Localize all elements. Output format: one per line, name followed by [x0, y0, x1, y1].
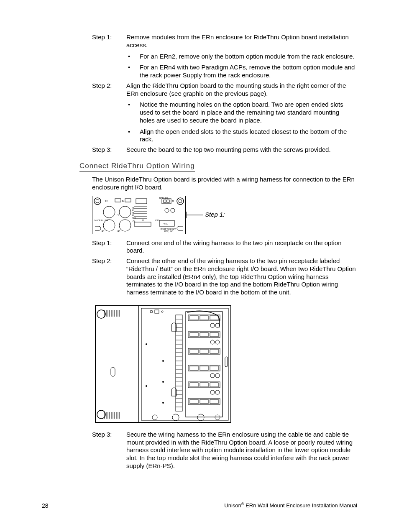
svg-rect-126: [225, 357, 228, 367]
step-text: Connect one end of the wiring harness to…: [126, 239, 357, 255]
svg-text:VR1: VR1: [164, 223, 168, 225]
footer-title: Unison® ERn Wall Mount Enclosure Install…: [224, 502, 357, 509]
svg-rect-111: [190, 383, 198, 387]
step-text: Secure the wiring harness to the ERn enc…: [126, 431, 357, 470]
svg-rect-100: [200, 332, 208, 337]
svg-rect-112: [200, 383, 208, 387]
svg-rect-108: [200, 366, 208, 370]
step-label: Step 3:: [92, 146, 126, 154]
svg-rect-17: [162, 199, 171, 204]
svg-point-67: [162, 360, 164, 362]
svg-rect-15: [115, 199, 121, 202]
svg-text:R10: R10: [132, 217, 136, 219]
svg-point-66: [146, 385, 147, 387]
svg-text:R5: R5: [118, 230, 120, 233]
step-label: Step 2:: [92, 257, 126, 265]
option-board-figure-row: MADE IN USA 7503B4021 REV. ETC, INC. J1 …: [92, 196, 357, 234]
bullet-mark: •: [126, 128, 140, 136]
svg-point-122: [210, 373, 215, 378]
page-number: 28: [42, 502, 49, 510]
bullet-item: • Notice the mounting holes on the optio…: [126, 101, 356, 124]
svg-point-65: [146, 343, 147, 345]
svg-point-61: [97, 410, 105, 419]
svg-rect-14: [136, 199, 147, 204]
step-label: Step 1:: [92, 33, 126, 41]
svg-point-125: [215, 390, 220, 394]
svg-point-123: [215, 373, 220, 378]
svg-rect-131: [155, 310, 159, 313]
board-label-batt: BATT I/O: [159, 197, 168, 199]
step-row: Step 3: Secure the board to the top two …: [92, 146, 357, 154]
svg-point-120: [210, 340, 215, 344]
svg-rect-62: [111, 367, 115, 376]
step-text: Connect the other end of the wiring harn…: [126, 257, 357, 297]
page-footer: 28 Unison® ERn Wall Mount Enclosure Inst…: [42, 502, 357, 509]
intro-paragraph: The Unison RideThru Option board is prov…: [92, 176, 356, 192]
option-board-diagram: MADE IN USA 7503B4021 REV. ETC, INC. J1 …: [92, 196, 186, 234]
svg-text:C4: C4: [133, 220, 136, 223]
step-label: Step 2:: [92, 82, 126, 90]
svg-text:C2: C2: [117, 214, 120, 217]
svg-rect-97: [210, 316, 218, 320]
callout-bracket: [186, 211, 205, 219]
figure-callout-label: Step 1:: [205, 211, 225, 219]
bullet-text: Align the open ended slots to the studs …: [140, 128, 356, 144]
svg-rect-96: [200, 316, 208, 320]
step-row: Step 1: Remove modules from the ERn encl…: [92, 33, 357, 49]
svg-point-129: [197, 414, 204, 421]
svg-point-20: [165, 208, 169, 212]
bullet-item: • For an ERn4 with two Paradigm ACPs, re…: [126, 64, 356, 79]
board-label-etc: ETC, INC.: [164, 230, 174, 233]
svg-rect-38: [95, 306, 231, 422]
bullet-mark: •: [126, 101, 140, 109]
svg-rect-113: [210, 383, 218, 387]
svg-text:CR2: CR2: [155, 219, 159, 222]
bullet-item: • For an ERn2, remove only the bottom op…: [126, 53, 356, 61]
svg-point-4: [103, 206, 115, 218]
svg-text:F1: F1: [142, 219, 144, 222]
svg-rect-101: [210, 332, 218, 337]
step-text: Align the RideThru Option board to the m…: [126, 82, 357, 98]
step-row: Step 1: Connect one end of the wiring ha…: [92, 239, 357, 255]
svg-text:R3: R3: [102, 230, 105, 233]
svg-rect-39: [95, 306, 139, 422]
step-text: Secure the board to the top two mounting…: [126, 146, 357, 154]
step-row: Step 3: Secure the wiring harness to the…: [92, 431, 357, 470]
svg-rect-99: [190, 332, 198, 337]
svg-point-68: [162, 381, 164, 383]
step-label: Step 1:: [92, 239, 126, 247]
svg-rect-19: [167, 200, 169, 202]
svg-point-5: [119, 206, 131, 218]
bullet-mark: •: [126, 64, 140, 72]
svg-point-7: [119, 220, 131, 231]
svg-rect-22: [134, 222, 151, 226]
svg-point-21: [171, 208, 175, 212]
svg-rect-95: [190, 316, 198, 320]
svg-point-128: [172, 414, 179, 421]
board-label-made-in: MADE IN USA: [95, 219, 108, 222]
svg-rect-107: [190, 366, 198, 370]
svg-point-121: [215, 340, 220, 344]
bullet-text: Notice the mounting holes on the option …: [140, 101, 356, 124]
svg-rect-104: [200, 349, 208, 353]
svg-point-130: [215, 415, 220, 420]
svg-rect-109: [210, 366, 218, 370]
step-row: Step 2: Connect the other end of the wir…: [92, 257, 357, 297]
svg-point-2: [177, 198, 184, 205]
svg-point-1: [96, 200, 99, 203]
section-heading: Connect RideThru Option Wiring: [79, 161, 195, 171]
svg-point-133: [161, 311, 163, 312]
bullet-text: For an ERn2, remove only the bottom opti…: [140, 53, 356, 61]
svg-point-127: [152, 415, 157, 420]
svg-point-118: [210, 323, 215, 327]
step-text: Remove modules from the ERn enclosure fo…: [126, 33, 357, 49]
svg-rect-18: [164, 200, 166, 202]
bullet-item: • Align the open ended slots to the stud…: [126, 128, 356, 144]
svg-point-0: [94, 198, 101, 205]
svg-rect-116: [200, 399, 208, 404]
svg-text:R4: R4: [122, 200, 125, 202]
svg-text:R2: R2: [105, 200, 108, 202]
svg-point-3: [179, 200, 182, 203]
page: Step 1: Remove modules from the ERn encl…: [0, 0, 399, 532]
enclosure-diagram: [92, 302, 234, 426]
